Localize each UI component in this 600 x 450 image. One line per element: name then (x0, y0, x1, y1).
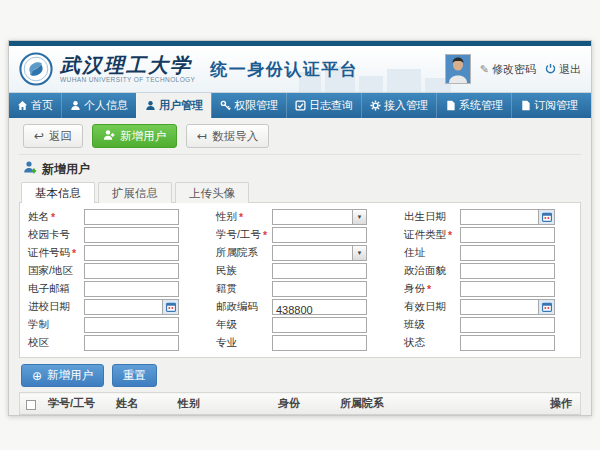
section-title: 新增用户 (42, 161, 90, 178)
brand: 武汉理工大学 WUHAN UNIVERSITY OF TECHNOLOGY 统一… (19, 52, 358, 86)
home-icon (17, 100, 28, 111)
required-marker: * (51, 211, 55, 223)
form-field: 状态 (404, 335, 555, 351)
form-field: 出生日期 (404, 209, 555, 225)
field-label: 年级 (216, 318, 237, 332)
form-field: 证件号码* (28, 245, 179, 261)
native-place-input[interactable] (273, 285, 366, 299)
gear-icon (370, 100, 381, 111)
class-input[interactable] (461, 321, 554, 335)
chevron-down-icon[interactable]: ▼ (352, 210, 366, 224)
logout-link[interactable]: 退出 (545, 62, 581, 77)
data-import-label: 数据导入 (212, 129, 258, 144)
grade-input[interactable] (273, 321, 366, 335)
email-input[interactable] (85, 285, 178, 299)
import-arrow-icon: ↤ (197, 130, 207, 142)
field-label: 证件号码 (28, 246, 70, 260)
field-label: 所属院系 (216, 246, 258, 260)
basic-info-form: 姓名* 性别* ▼ 出生日期 校园卡号 学号/工号* 证件类型* (19, 202, 581, 358)
user-menu: ✎ 修改密码 退出 (445, 54, 581, 84)
campus-card-input[interactable] (85, 231, 178, 245)
table-header-row: 学号/工号 姓名 性别 身份 所属院系 操作 (20, 393, 581, 415)
required-marker: * (448, 229, 452, 241)
identity-input[interactable] (461, 285, 554, 299)
field-label: 学制 (28, 318, 49, 332)
form-field: 班级 (404, 317, 555, 333)
nav-label: 用户管理 (159, 98, 203, 113)
nav-item-permission-management[interactable]: 权限管理 (211, 93, 286, 118)
power-icon (545, 63, 556, 76)
nav-item-system-management[interactable]: 系统管理 (436, 93, 511, 118)
form-field: 证件类型* (404, 227, 555, 243)
form-field: 邮政编码 (216, 299, 367, 315)
form-field: 籍贯 (216, 281, 367, 297)
pencil-icon: ✎ (480, 63, 489, 76)
nav-item-home[interactable]: 首页 (9, 93, 61, 118)
back-button[interactable]: ↩ 返回 (23, 124, 83, 148)
reset-button[interactable]: 重置 (112, 364, 157, 387)
political-status-input[interactable] (461, 267, 554, 281)
plus-circle-icon: ⊕ (32, 370, 42, 382)
nav-item-log-query[interactable]: 日志查询 (286, 93, 361, 118)
checkbox-header-cell (20, 393, 43, 415)
nav-item-user-management[interactable]: 用户管理 (136, 93, 211, 118)
form-field: 性别* ▼ (216, 209, 367, 225)
student-id-input[interactable] (273, 231, 366, 245)
form-field: 国家/地区 (28, 263, 179, 279)
submit-label: 新增用户 (47, 368, 93, 383)
nav-item-access-management[interactable]: 接入管理 (361, 93, 436, 118)
empty-cell (20, 415, 581, 417)
tab-upload-avatar[interactable]: 上传头像 (175, 182, 249, 203)
education-system-input[interactable] (85, 321, 178, 335)
ethnicity-input[interactable] (273, 267, 366, 281)
select-all-checkbox[interactable] (26, 400, 36, 410)
content-area: ↩ 返回 新增用户 ↤ 数据导入 新增用户 基本信息 扩展信息 上传头 (9, 118, 591, 416)
tab-extended-info[interactable]: 扩展信息 (98, 182, 172, 203)
add-user-toolbar-button[interactable]: 新增用户 (92, 124, 177, 148)
required-marker: * (263, 229, 267, 241)
calendar-icon[interactable] (162, 300, 178, 314)
status-input[interactable] (461, 339, 554, 353)
nav-label: 日志查询 (309, 98, 353, 113)
col-operations: 操作 (544, 393, 581, 415)
name-input[interactable] (85, 213, 178, 227)
reset-label: 重置 (123, 368, 146, 383)
nav-label: 个人信息 (84, 98, 128, 113)
field-label: 有效日期 (404, 300, 446, 314)
avatar[interactable] (445, 54, 471, 84)
nav-item-personal-info[interactable]: 个人信息 (61, 93, 136, 118)
country-region-input[interactable] (85, 267, 178, 281)
col-gender: 性别 (172, 393, 272, 415)
major-input[interactable] (273, 339, 366, 353)
calendar-icon[interactable] (538, 210, 554, 224)
id-number-input[interactable] (85, 249, 178, 263)
field-label: 班级 (404, 318, 425, 332)
change-password-link[interactable]: ✎ 修改密码 (480, 62, 536, 77)
app-window: 武汉理工大学 WUHAN UNIVERSITY OF TECHNOLOGY 统一… (8, 40, 592, 416)
add-user-icon (103, 129, 115, 143)
address-input[interactable] (461, 249, 554, 263)
field-label: 姓名 (28, 210, 49, 224)
tab-basic-info[interactable]: 基本信息 (21, 182, 95, 203)
calendar-icon[interactable] (538, 300, 554, 314)
submit-add-user-button[interactable]: ⊕ 新增用户 (21, 364, 104, 387)
form-field: 姓名* (28, 209, 179, 225)
field-label: 证件类型 (404, 228, 446, 242)
chevron-down-icon[interactable]: ▼ (352, 246, 366, 260)
main-nav: 首页 个人信息 用户管理 权限管理 日志查询 接入管理 系统管理 订阅管理 (9, 93, 591, 118)
form-field: 学制 (28, 317, 179, 333)
nav-item-subscription-management[interactable]: 订阅管理 (511, 93, 586, 118)
users-icon (145, 100, 156, 111)
add-user-label: 新增用户 (120, 129, 166, 144)
campus-input[interactable] (85, 339, 178, 353)
section-header: 新增用户 (19, 155, 581, 182)
id-type-input[interactable] (461, 231, 554, 245)
page-icon (445, 100, 456, 111)
user-result-table: 学号/工号 姓名 性别 身份 所属院系 操作 (19, 392, 581, 416)
postal-code-input[interactable] (273, 303, 366, 317)
col-department: 所属院系 (334, 393, 544, 415)
form-field: 电子邮箱 (28, 281, 179, 297)
back-arrow-icon: ↩ (34, 130, 44, 142)
data-import-button[interactable]: ↤ 数据导入 (186, 124, 269, 148)
field-label: 出生日期 (404, 210, 446, 224)
